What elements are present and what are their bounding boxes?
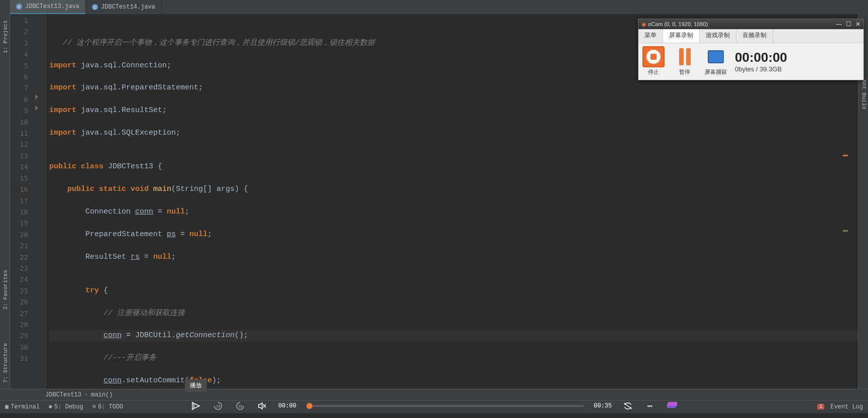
tab-jdbctest13[interactable]: C JDBCTest13.java xyxy=(10,0,86,14)
tab-label: JDBCTest14.java xyxy=(101,4,155,11)
ocam-tabs: 菜单 屏幕录制 游戏录制 音频录制 xyxy=(638,29,863,43)
ocam-pause-button[interactable]: 暂停 xyxy=(673,45,697,77)
forward-30-button[interactable]: 30 xyxy=(234,400,246,412)
event-log-tab[interactable]: Event Log xyxy=(830,403,863,410)
todo-tab[interactable]: ≡ 6: TODO xyxy=(92,403,124,410)
ocam-tab-game[interactable]: 游戏录制 xyxy=(700,29,736,43)
video-controls: 10 30 00:00 00:35 ⋯ xyxy=(182,394,686,418)
stop-icon xyxy=(642,46,665,67)
mute-button[interactable] xyxy=(256,400,268,412)
time-total: 00:35 xyxy=(594,402,612,409)
breadcrumb-method[interactable]: main() xyxy=(91,391,113,398)
svg-rect-3 xyxy=(667,402,677,406)
java-file-icon: C xyxy=(92,4,98,10)
maximize-icon[interactable]: ☐ xyxy=(846,21,851,28)
ocam-timer: 00:00:00 0bytes / 39.3GB xyxy=(735,50,787,73)
progress-bar[interactable] xyxy=(306,405,584,407)
play-button[interactable] xyxy=(190,400,202,412)
ocam-title-text: oCam (0, 0, 1920, 1080) xyxy=(648,21,708,27)
svg-text:10: 10 xyxy=(216,404,220,408)
screen-icon xyxy=(705,46,727,67)
ocam-tab-screen[interactable]: 屏幕录制 xyxy=(663,29,700,43)
ocam-titlebar[interactable]: ◉ oCam (0, 0, 1920, 1080) — ☐ ✕ xyxy=(638,19,863,29)
terminal-tab[interactable]: ▣ Terminal xyxy=(5,403,40,410)
left-tool-strip: 1: Project 2: Favorites 7: Structure xyxy=(0,14,10,389)
play-tooltip: 播放 xyxy=(185,379,207,392)
project-panel-tab[interactable]: 1: Project xyxy=(2,16,10,57)
favorites-panel-tab[interactable]: 2: Favorites xyxy=(2,266,10,314)
ocam-tab-audio[interactable]: 音频录制 xyxy=(736,29,773,43)
pause-icon xyxy=(674,46,696,67)
ocam-window[interactable]: ◉ oCam (0, 0, 1920, 1080) — ☐ ✕ 菜单 屏幕录制 … xyxy=(638,19,864,80)
structure-panel-tab[interactable]: 7: Structure xyxy=(2,339,10,387)
ocam-stop-button[interactable]: 停止 xyxy=(641,45,666,77)
ocam-capture-button[interactable]: 屏幕捕获 xyxy=(704,45,728,77)
ocam-capture-label: 屏幕捕获 xyxy=(705,68,727,76)
fold-icon[interactable] xyxy=(35,106,38,111)
event-count-badge: 1 xyxy=(817,404,824,409)
fold-gutter xyxy=(33,14,46,389)
tab-label: JDBCTest13.java xyxy=(25,3,79,10)
tab-jdbctest14[interactable]: C JDBCTest14.java xyxy=(86,0,162,14)
close-icon[interactable]: ✕ xyxy=(855,21,860,28)
progress-thumb[interactable] xyxy=(306,403,312,409)
loop-button[interactable] xyxy=(622,400,634,412)
app-icon[interactable] xyxy=(666,400,678,412)
line-number-gutter: 1234567891011121314151617181920212223242… xyxy=(10,14,33,389)
breadcrumb-class[interactable]: JDBCTest13 xyxy=(45,391,81,398)
ocam-size: 0bytes / 39.3GB xyxy=(735,65,787,73)
fold-icon[interactable] xyxy=(35,94,38,99)
editor-tabs: C JDBCTest13.java C JDBCTest14.java xyxy=(0,0,868,14)
more-button[interactable]: ⋯ xyxy=(644,400,656,412)
ocam-stop-label: 停止 xyxy=(648,68,659,76)
ocam-pause-label: 暂停 xyxy=(679,68,690,76)
debug-tab[interactable]: ✱ 5: Debug xyxy=(49,403,83,410)
ant-panel-tab[interactable]: Ant Build xyxy=(860,75,868,113)
breadcrumb-separator: › xyxy=(84,391,88,398)
minimize-icon[interactable]: — xyxy=(836,21,842,28)
time-current: 00:00 xyxy=(278,402,296,409)
svg-text:30: 30 xyxy=(238,404,242,408)
ocam-tab-menu[interactable]: 菜单 xyxy=(638,29,663,43)
java-file-icon: C xyxy=(16,4,22,10)
rewind-10-button[interactable]: 10 xyxy=(212,400,224,412)
